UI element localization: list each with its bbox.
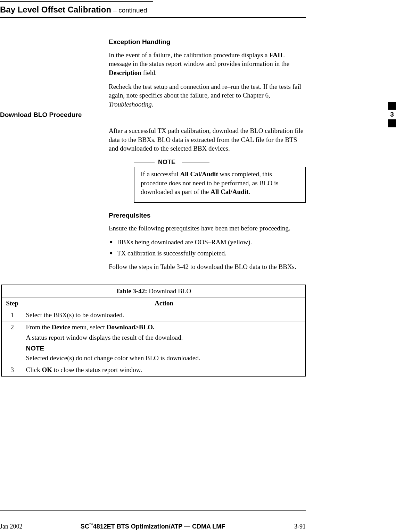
- trademark-icon: ™: [89, 523, 93, 527]
- text: In the event of a failure, the calibrati…: [109, 51, 269, 59]
- header-rule-bottom: [0, 17, 306, 18]
- note-label: NOTE: [158, 158, 175, 166]
- prereq-paragraph-2: Follow the steps in Table 3-42 to downlo…: [109, 262, 306, 271]
- table-row: 3 Click OK to close the status report wi…: [1, 364, 305, 376]
- text: Recheck the test setup and connection an…: [109, 83, 301, 99]
- step-cell: 2: [1, 321, 23, 364]
- header-rule-top: [0, 1, 153, 2]
- page-title: Bay Level Offset Calibration – continued: [0, 4, 147, 15]
- table-row: 1 Select the BBX(s) to be downloaded.: [1, 309, 305, 321]
- heading-exception-handling: Exception Handling: [109, 37, 306, 47]
- note-rule-right: [182, 162, 209, 162]
- heading-prerequisites: Prerequisites: [109, 211, 306, 220]
- all-cal-audit-label: All Cal/Audit: [180, 170, 218, 178]
- note-body: If a successful All Cal/Audit was comple…: [134, 167, 306, 203]
- action-cell: Select the BBX(s) to be downloaded.: [23, 309, 305, 321]
- text: to close the status report window.: [52, 366, 142, 373]
- fail-label: FAIL: [269, 51, 284, 59]
- list-item: BBXs being downloaded are OOS–RAM (yello…: [109, 238, 306, 247]
- step-cell: 1: [1, 309, 23, 321]
- page-title-continued: – continued: [111, 7, 147, 14]
- prereq-list: BBXs being downloaded are OOS–RAM (yello…: [109, 238, 306, 257]
- text: message in the status report window and …: [109, 60, 289, 67]
- ok-button-label: OK: [42, 366, 52, 373]
- text: 4812ET BTS Optimization/ATP — CDMA LMF: [93, 523, 225, 530]
- page-title-main: Bay Level Offset Calibration: [0, 5, 111, 14]
- table-caption: Table 3-42: Download BLO: [1, 285, 305, 297]
- text: field.: [141, 69, 157, 76]
- note-text: Selected device(s) do not change color w…: [26, 354, 303, 363]
- table-row: 2 From the Device menu, select Download>…: [1, 321, 305, 364]
- list-item: TX calibration is successfully completed…: [109, 249, 306, 258]
- exception-paragraph-2: Recheck the test setup and connection an…: [109, 82, 306, 109]
- text: SC: [81, 523, 89, 530]
- status-report-text: A status report window displays the resu…: [26, 333, 303, 342]
- all-cal-audit-label: All Cal/Audit: [211, 188, 248, 195]
- table-download-blo: Table 3-42: Download BLO Step Action 1 S…: [1, 285, 306, 377]
- note-box: NOTE If a successful All Cal/Audit was c…: [134, 158, 306, 203]
- text: menu, select: [70, 323, 106, 331]
- exception-paragraph-1: In the event of a failure, the calibrati…: [109, 51, 306, 77]
- action-cell: From the Device menu, select Download>BL…: [23, 321, 305, 364]
- note-label: NOTE: [26, 344, 303, 353]
- text: From the: [26, 323, 52, 331]
- table-header-action: Action: [23, 297, 305, 309]
- footer-doc-title: SC™4812ET BTS Optimization/ATP — CDMA LM…: [0, 522, 306, 531]
- tab-block-bottom: [388, 119, 396, 127]
- action-cell: Click OK to close the status report wind…: [23, 364, 305, 376]
- note-rule-left: [134, 162, 155, 162]
- text: If a successful: [141, 170, 180, 178]
- table-number: Table 3-42:: [116, 287, 147, 295]
- heading-download-blo-procedure: Download BLO Procedure: [0, 110, 82, 119]
- download-paragraph-1: After a successful TX path calibration, …: [109, 126, 306, 153]
- step-cell: 3: [1, 364, 23, 376]
- footer-rule: [0, 510, 306, 511]
- footer-page-number: 3-91: [294, 522, 306, 531]
- chapter-tab: 3: [388, 102, 396, 127]
- prereq-paragraph-1: Ensure the following prerequisites have …: [109, 224, 306, 233]
- troubleshooting-ref: Troubleshooting: [109, 101, 152, 108]
- tab-block-top: [388, 102, 396, 110]
- table-header-step: Step: [1, 297, 23, 309]
- text: Click: [26, 366, 42, 373]
- download-blo-label: Download>BLO.: [107, 323, 155, 331]
- table-title: Download BLO: [147, 287, 191, 295]
- text: .: [152, 101, 154, 108]
- description-label: Description: [109, 69, 141, 76]
- text: .: [248, 188, 250, 195]
- device-menu-label: Device: [51, 323, 70, 331]
- tab-chapter-number: 3: [388, 110, 396, 119]
